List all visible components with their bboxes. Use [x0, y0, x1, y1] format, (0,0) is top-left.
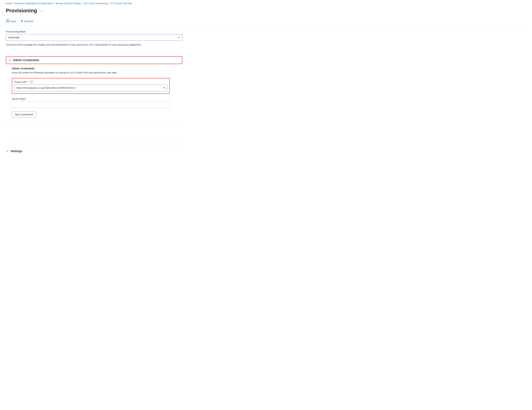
chevron-down-icon — [6, 150, 9, 152]
discard-icon — [20, 20, 23, 23]
secret-token-field-group: Secret Token — [12, 98, 170, 108]
save-icon — [6, 19, 9, 23]
page-title: Provisioning — [6, 8, 37, 14]
settings-section: Settings — [6, 147, 182, 155]
toolbar: Save Discard — [6, 17, 526, 26]
breadcrumb-separator-3: > — [81, 2, 83, 5]
save-label: Save — [10, 20, 16, 23]
tenant-url-label-row: Tenant URL * i — [14, 81, 167, 83]
admin-credentials-content: Admin Credentials Azure AD needs the fol… — [6, 64, 182, 122]
breadcrumb-separator-4: > — [109, 2, 110, 5]
settings-title: Settings — [11, 150, 22, 153]
admin-credentials-header[interactable]: Admin Credentials — [6, 56, 182, 64]
secret-token-label: Secret Token — [12, 98, 170, 100]
section-divider-2 — [6, 123, 182, 124]
chevron-up-icon — [9, 59, 11, 61]
validation-check-icon — [162, 86, 165, 90]
form-section: Provisioning Mode Automatic Manual Use A… — [6, 30, 182, 47]
breadcrumb-separator-2: > — [54, 2, 55, 5]
breadcrumb: Home > Enterprise applications | All app… — [6, 0, 526, 6]
breadcrumb-enterprise-apps[interactable]: Enterprise applications | All applicatio… — [15, 2, 53, 5]
breadcrumb-home[interactable]: Home — [6, 2, 12, 5]
provisioning-description: Use Azure AD to manage the creation and … — [6, 43, 157, 47]
svg-rect-2 — [7, 20, 8, 20]
admin-cred-subtitle: Admin Credentials — [12, 67, 176, 70]
svg-rect-3 — [7, 21, 9, 22]
tenant-url-input[interactable] — [14, 85, 167, 91]
admin-credentials-title: Admin Credentials — [13, 59, 39, 62]
breadcrumb-overview[interactable]: JCV Cloud | Overview — [111, 2, 132, 5]
more-options-button[interactable]: ··· — [39, 8, 46, 13]
section-divider-3 — [6, 143, 182, 143]
provisioning-mode-select[interactable]: Automatic Manual — [6, 34, 182, 41]
tenant-url-input-wrapper — [14, 85, 167, 91]
secret-token-input[interactable] — [12, 101, 170, 108]
info-icon[interactable]: i — [30, 81, 33, 83]
discard-label: Discard — [24, 20, 33, 23]
page-title-row: Provisioning ··· — [6, 8, 526, 14]
required-indicator: * — [28, 81, 29, 83]
breadcrumb-separator-1: > — [12, 2, 14, 5]
test-connection-button[interactable]: Test Connection — [12, 112, 36, 118]
discard-button[interactable]: Discard — [20, 19, 33, 24]
spacer — [6, 128, 526, 143]
provisioning-mode-label: Provisioning Mode — [6, 30, 182, 33]
tenant-url-label: Tenant URL — [14, 81, 27, 83]
admin-credentials-section: Admin Credentials Admin Credentials Azur… — [6, 56, 182, 122]
tenant-url-wrapper: Tenant URL * i — [12, 78, 170, 94]
breadcrumb-gallery[interactable]: Browse Azure AD Gallery — [56, 2, 81, 5]
admin-cred-description: Azure AD needs the following information… — [12, 71, 176, 74]
save-button[interactable]: Save — [6, 19, 17, 24]
breadcrumb-provisioning[interactable]: JCV Cloud | Provisioning — [83, 2, 108, 5]
settings-header[interactable]: Settings — [6, 147, 182, 155]
